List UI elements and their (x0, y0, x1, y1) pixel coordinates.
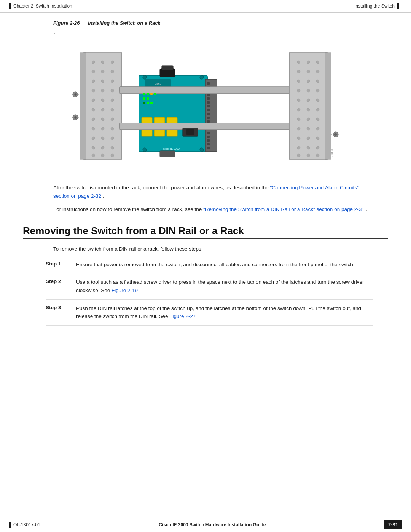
svg-point-110 (297, 154, 300, 157)
step-2-row: Step 2 Use a tool such as a flathead scr… (46, 273, 373, 299)
step-2-label: Step 2 (46, 278, 68, 284)
step-2-text-after: . (139, 288, 141, 293)
svg-point-98 (297, 118, 300, 121)
svg-point-4 (92, 70, 95, 73)
svg-rect-63 (207, 97, 210, 100)
rack-svg: cisco CISCO (72, 41, 339, 171)
svg-rect-73 (207, 136, 210, 138)
svg-point-82 (316, 61, 319, 64)
svg-rect-127 (147, 102, 149, 104)
svg-point-29 (101, 146, 104, 149)
para2-text-before: For instructions on how to remove the sw… (53, 206, 203, 212)
svg-point-25 (92, 137, 95, 140)
para1-text-after: . (103, 193, 104, 199)
svg-point-101 (297, 127, 300, 130)
svg-point-31 (92, 154, 95, 157)
svg-point-100 (316, 118, 319, 121)
svg-point-92 (297, 99, 300, 102)
step-3-link[interactable]: Figure 2-27 (169, 313, 196, 319)
section-heading: Removing the Switch from a DIN Rail or a… (23, 225, 388, 239)
svg-point-134 (200, 148, 204, 152)
svg-point-132 (200, 75, 204, 79)
step-2-link[interactable]: Figure 2-19 (112, 288, 138, 293)
svg-rect-47 (162, 66, 173, 70)
svg-point-28 (92, 146, 95, 149)
figure-title: Installing the Switch on a Rack (88, 20, 161, 26)
svg-point-91 (316, 89, 319, 92)
svg-rect-128 (150, 102, 153, 104)
svg-point-18 (111, 108, 114, 111)
svg-point-16 (92, 108, 95, 111)
svg-point-106 (316, 137, 319, 140)
svg-point-8 (101, 80, 104, 83)
svg-rect-0 (84, 53, 122, 159)
svg-rect-130 (186, 129, 194, 135)
svg-point-85 (316, 70, 319, 73)
step-3-content: Push the DIN rail latches at the top of … (76, 304, 373, 321)
step-1-label: Step 1 (46, 260, 68, 267)
header-left: Chapter 2 Switch Installation (9, 3, 72, 9)
svg-point-17 (101, 108, 104, 111)
svg-rect-64 (207, 101, 210, 104)
svg-rect-65 (207, 105, 210, 107)
svg-rect-126 (143, 102, 145, 104)
svg-point-32 (101, 154, 104, 157)
svg-point-107 (297, 146, 300, 149)
header-section-title: Installing the Switch (354, 3, 395, 9)
svg-point-102 (307, 127, 310, 130)
svg-point-81 (307, 61, 310, 64)
svg-point-84 (307, 70, 310, 73)
svg-rect-74 (207, 139, 210, 142)
footer-page-number: 2-31 (384, 520, 402, 529)
svg-point-12 (111, 89, 114, 92)
figure-section: Figure 2-26 Installing the Switch on a R… (23, 20, 388, 174)
header-chapter: Chapter 2 (13, 3, 33, 9)
svg-point-27 (111, 137, 114, 140)
svg-point-90 (307, 89, 310, 92)
svg-point-93 (307, 99, 310, 102)
svg-text:Cisco IE 3000: Cisco IE 3000 (163, 147, 180, 150)
svg-point-26 (101, 137, 104, 140)
steps-container: Step 1 Ensure that power is removed from… (46, 256, 373, 326)
footer-left-accent (9, 522, 11, 528)
step-1-row: Step 1 Ensure that power is removed from… (46, 256, 373, 274)
footer-title: Cisco IE 3000 Switch Hardware Installati… (159, 522, 266, 527)
svg-point-87 (307, 80, 310, 83)
svg-point-3 (111, 61, 114, 64)
svg-point-13 (92, 99, 95, 102)
svg-point-6 (111, 70, 114, 73)
svg-point-80 (297, 61, 300, 64)
main-content: Figure 2-26 Installing the Switch on a R… (0, 13, 411, 341)
step-1-text: Ensure that power is removed from the sw… (76, 262, 355, 267)
header-chapter-title: Switch Installation (36, 3, 72, 9)
svg-point-24 (111, 127, 114, 130)
svg-point-20 (101, 118, 104, 121)
svg-point-103 (316, 127, 319, 130)
svg-rect-79 (289, 53, 327, 159)
page-footer: OL-13017-01 Cisco IE 3000 Switch Hardwar… (0, 517, 411, 532)
svg-rect-78 (120, 123, 303, 130)
svg-point-97 (316, 108, 319, 111)
svg-point-99 (307, 118, 310, 121)
svg-rect-48 (160, 151, 175, 157)
footer-left: OL-13017-01 (9, 522, 40, 528)
svg-point-109 (316, 146, 319, 149)
svg-point-111 (307, 154, 310, 157)
footer-doc-number: OL-13017-01 (13, 522, 40, 527)
page-header: Chapter 2 Switch Installation Installing… (0, 0, 411, 13)
svg-point-133 (143, 148, 147, 152)
svg-point-89 (297, 89, 300, 92)
header-right: Installing the Switch (354, 3, 399, 9)
svg-rect-62 (207, 94, 210, 96)
figure-number: 2-26 (70, 20, 80, 26)
svg-rect-120 (143, 93, 145, 95)
step-2-content: Use a tool such as a flathead screw driv… (76, 278, 373, 294)
figure-caption: Figure 2-26 Installing the Switch on a R… (53, 20, 388, 26)
svg-point-104 (297, 137, 300, 140)
svg-point-2 (101, 61, 104, 64)
svg-point-30 (111, 146, 114, 149)
svg-point-86 (297, 80, 300, 83)
para2-link[interactable]: "Removing the Switch from a DIN Rail or … (203, 206, 365, 212)
step-3-text-before: Push the DIN rail latches at the top of … (76, 305, 361, 320)
svg-rect-124 (143, 97, 145, 100)
